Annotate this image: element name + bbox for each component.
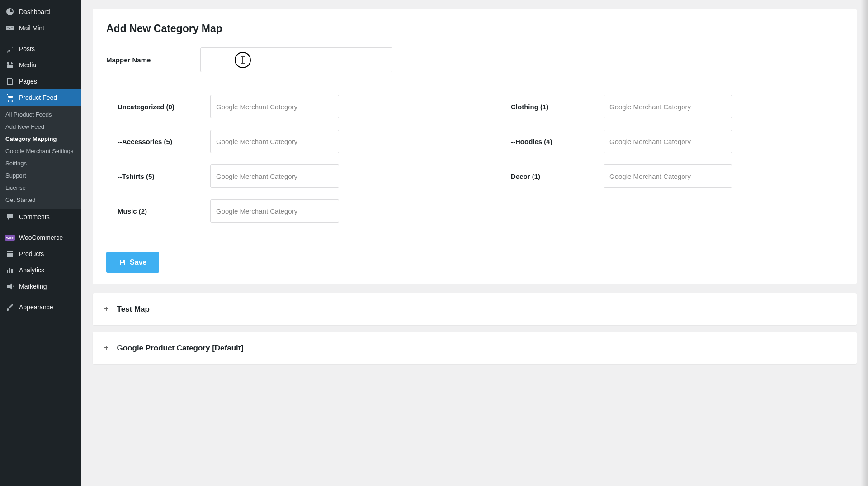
- menu-pages[interactable]: Pages: [0, 73, 81, 89]
- accordion-test-map[interactable]: + Test Map: [93, 293, 857, 325]
- menu-label: Comments: [19, 213, 50, 220]
- category-row-decor: Decor (1): [511, 164, 832, 188]
- category-label: --Accessories (5): [118, 138, 210, 145]
- menu-mail-mint[interactable]: Mail Mint: [0, 20, 81, 36]
- accordion-google-category[interactable]: + Google Product Category [Default]: [93, 332, 857, 364]
- menu-label: Products: [19, 250, 44, 257]
- media-icon: [5, 61, 14, 70]
- submenu-support[interactable]: Support: [0, 169, 81, 182]
- category-row-tshirts: --Tshirts (5): [118, 164, 439, 188]
- category-label: --Hoodies (4): [511, 138, 604, 145]
- categories-grid: Uncategorized (0) --Accessories (5) --Ts…: [118, 95, 832, 234]
- categories-panel: Uncategorized (0) --Accessories (5) --Ts…: [106, 84, 843, 241]
- pages-icon: [5, 77, 14, 86]
- category-row-music: Music (2): [118, 199, 439, 223]
- add-category-map-panel: Add New Category Map Mapper Name Uncateg…: [93, 9, 857, 284]
- category-input-hoodies[interactable]: [604, 130, 732, 153]
- accordion-title: Test Map: [117, 305, 150, 314]
- category-input-music[interactable]: [210, 199, 339, 223]
- woo-icon: woo: [5, 233, 14, 242]
- submenu-settings[interactable]: Settings: [0, 157, 81, 169]
- brush-icon: [5, 303, 14, 312]
- accordion-panel: + Test Map + Google Product Category [De…: [93, 293, 857, 364]
- menu-marketing[interactable]: Marketing: [0, 278, 81, 294]
- category-row-clothing: Clothing (1): [511, 95, 832, 118]
- cart-icon: [5, 93, 14, 102]
- submenu-category-mapping[interactable]: Category Mapping: [0, 133, 81, 145]
- category-label: Uncategorized (0): [118, 103, 210, 111]
- category-input-tshirts[interactable]: [210, 164, 339, 188]
- menu-analytics[interactable]: Analytics: [0, 262, 81, 278]
- plus-icon: +: [104, 304, 109, 314]
- page-title: Add New Category Map: [106, 23, 843, 35]
- menu-dashboard[interactable]: Dashboard: [0, 4, 81, 20]
- plus-icon: +: [104, 343, 109, 353]
- menu-label: Media: [19, 61, 36, 69]
- menu-appearance[interactable]: Appearance: [0, 299, 81, 315]
- category-row-accessories: --Accessories (5): [118, 130, 439, 153]
- megaphone-icon: [5, 282, 14, 291]
- category-row-hoodies: --Hoodies (4): [511, 130, 832, 153]
- dashboard-icon: [5, 7, 14, 16]
- category-input-uncategorized[interactable]: [210, 95, 339, 118]
- save-icon: [119, 259, 126, 266]
- submenu-get-started[interactable]: Get Started: [0, 194, 81, 206]
- category-label: --Tshirts (5): [118, 173, 210, 180]
- mapper-name-label: Mapper Name: [106, 56, 200, 64]
- admin-sidebar: Dashboard Mail Mint Posts Media Pages Pr…: [0, 0, 81, 486]
- menu-label: WooCommerce: [19, 234, 63, 241]
- submenu-license[interactable]: License: [0, 182, 81, 194]
- submenu-product-feed: All Product Feeds Add New Feed Category …: [0, 106, 81, 209]
- menu-label: Posts: [19, 45, 35, 52]
- submenu-add-new-feed[interactable]: Add New Feed: [0, 121, 81, 133]
- comment-icon: [5, 212, 14, 221]
- mapper-name-input[interactable]: [200, 47, 392, 72]
- menu-media[interactable]: Media: [0, 57, 81, 73]
- menu-label: Analytics: [19, 266, 44, 274]
- menu-label: Appearance: [19, 304, 53, 311]
- category-label: Clothing (1): [511, 103, 604, 111]
- menu-products[interactable]: Products: [0, 246, 81, 262]
- category-input-clothing[interactable]: [604, 95, 732, 118]
- category-input-accessories[interactable]: [210, 130, 339, 153]
- submenu-google-merchant[interactable]: Google Merchant Settings: [0, 145, 81, 157]
- menu-comments[interactable]: Comments: [0, 209, 81, 225]
- save-label: Save: [130, 258, 146, 266]
- accordion-title: Google Product Category [Default]: [117, 344, 244, 353]
- category-input-decor[interactable]: [604, 164, 732, 188]
- menu-label: Pages: [19, 78, 37, 85]
- mapper-input-wrapper: [200, 47, 392, 72]
- menu-product-feed[interactable]: Product Feed: [0, 89, 81, 106]
- categories-left-column: Uncategorized (0) --Accessories (5) --Ts…: [118, 95, 439, 234]
- chart-icon: [5, 266, 14, 275]
- submenu-all-feeds[interactable]: All Product Feeds: [0, 108, 81, 121]
- menu-label: Mail Mint: [19, 24, 44, 32]
- category-label: Decor (1): [511, 173, 604, 180]
- menu-label: Marketing: [19, 283, 47, 290]
- menu-label: Dashboard: [19, 8, 50, 15]
- menu-woocommerce[interactable]: woo WooCommerce: [0, 229, 81, 246]
- category-label: Music (2): [118, 207, 210, 215]
- mapper-name-row: Mapper Name: [106, 47, 843, 72]
- save-button[interactable]: Save: [106, 252, 159, 273]
- pin-icon: [5, 44, 14, 53]
- menu-posts[interactable]: Posts: [0, 41, 81, 57]
- box-icon: [5, 249, 14, 258]
- categories-right-column: Clothing (1) --Hoodies (4) Decor (1): [511, 95, 832, 234]
- main-content: Add New Category Map Mapper Name Uncateg…: [81, 0, 868, 486]
- menu-label: Product Feed: [19, 94, 57, 101]
- mail-icon: [5, 23, 14, 33]
- category-row-uncategorized: Uncategorized (0): [118, 95, 439, 118]
